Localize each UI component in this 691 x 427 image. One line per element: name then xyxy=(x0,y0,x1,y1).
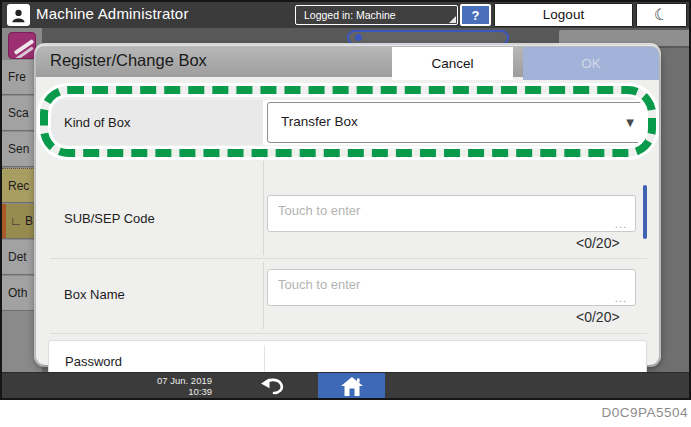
password-label: Password xyxy=(65,354,122,369)
figure-caption: D0C9PA5504 xyxy=(0,402,688,427)
person-icon xyxy=(11,8,26,23)
top-bar: Machine Administrator Logged in: Machine… xyxy=(2,2,689,28)
background-search-pill xyxy=(347,30,509,45)
sub-sep-code-field[interactable]: Touch to enter ... xyxy=(267,195,636,232)
more-indicator: ... xyxy=(615,218,627,230)
row-separator xyxy=(50,258,647,259)
main-area: Fre Sca Sen Rec ∟ B Det Oth Register/Cha… xyxy=(2,28,689,372)
column-divider xyxy=(263,262,264,329)
login-status-corner-icon xyxy=(449,16,456,23)
row-separator xyxy=(50,333,647,334)
kind-of-box-row: Kind of Box Transfer Box ▼ xyxy=(50,100,647,145)
moon-icon: ☾ xyxy=(652,3,671,28)
dialog-scrollbar-thumb[interactable] xyxy=(643,185,647,239)
dialog-title-bar: Register/Change Box Cancel OK xyxy=(36,45,659,77)
sub-sep-code-placeholder: Touch to enter xyxy=(278,203,360,218)
column-divider xyxy=(264,345,265,372)
password-row[interactable]: Password ... xyxy=(48,340,647,372)
device-screen: Machine Administrator Logged in: Machine… xyxy=(0,0,691,400)
login-status-text: Logged in: Machine Administrator xyxy=(304,9,396,25)
energy-saver-button[interactable]: ☾ xyxy=(636,3,687,27)
user-icon xyxy=(7,4,30,26)
sub-sep-code-label: SUB/SEP Code xyxy=(64,211,155,226)
box-name-counter: <0/20> xyxy=(576,309,620,325)
login-status-box[interactable]: Logged in: Machine Administrator xyxy=(295,5,458,25)
box-name-label: Box Name xyxy=(64,287,125,302)
back-button[interactable] xyxy=(245,373,301,399)
register-change-box-dialog: Register/Change Box Cancel OK Kind of Bo… xyxy=(36,45,659,365)
fax-icon xyxy=(8,32,36,59)
sub-sep-code-counter: <0/20> xyxy=(576,235,620,251)
logged-in-user-name: Machine Administrator xyxy=(36,5,189,22)
date-text: 07 Jun. 2019 xyxy=(132,375,212,386)
kind-of-box-value: Transfer Box xyxy=(281,114,358,129)
box-name-placeholder: Touch to enter xyxy=(278,277,360,292)
date-time: 07 Jun. 2019 10:39 xyxy=(132,375,212,397)
chevron-down-icon: ▼ xyxy=(626,117,634,128)
background-button xyxy=(559,30,689,46)
kind-of-box-dropdown[interactable]: Transfer Box ▼ xyxy=(267,102,646,143)
screenshot-root: Machine Administrator Logged in: Machine… xyxy=(0,0,691,427)
home-icon xyxy=(341,377,363,396)
kind-of-box-label: Kind of Box xyxy=(50,100,263,145)
background-search-dot-icon xyxy=(355,34,362,41)
dialog-body: Kind of Box Transfer Box ▼ SUB/SEP Code … xyxy=(36,77,659,365)
cancel-button[interactable]: Cancel xyxy=(392,47,513,80)
box-name-field[interactable]: Touch to enter ... xyxy=(267,269,636,306)
help-button[interactable]: ? xyxy=(460,4,491,26)
ok-button[interactable]: OK xyxy=(523,47,659,80)
back-arrow-icon xyxy=(260,377,286,395)
home-button[interactable] xyxy=(318,373,385,399)
column-divider xyxy=(263,161,264,255)
more-indicator: ... xyxy=(615,292,627,304)
logout-button[interactable]: Logout xyxy=(494,3,633,27)
bottom-bar: 07 Jun. 2019 10:39 xyxy=(2,372,689,398)
time-text: 10:39 xyxy=(132,386,212,397)
dialog-title: Register/Change Box xyxy=(50,51,207,70)
